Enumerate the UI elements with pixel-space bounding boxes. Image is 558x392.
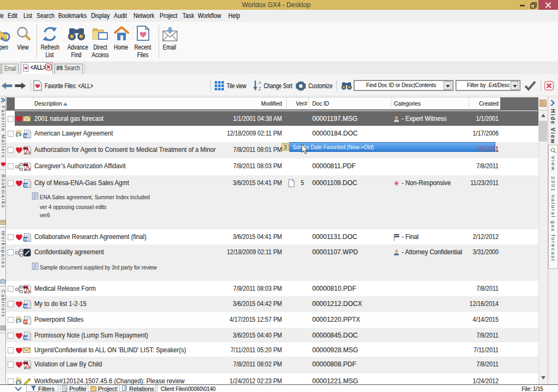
svg-text:Z: Z [258, 86, 261, 91]
svg-text:A: A [258, 80, 262, 85]
